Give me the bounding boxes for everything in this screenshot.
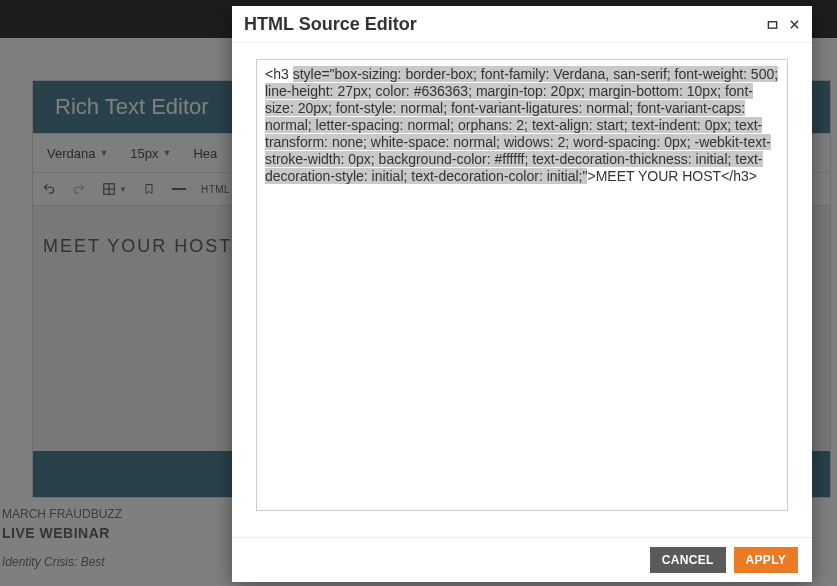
html-source-textarea[interactable]: <h3 style="box-sizing: border-box; font-… bbox=[256, 59, 788, 511]
svg-rect-3 bbox=[768, 21, 776, 27]
source-prefix: <h3 bbox=[265, 66, 293, 82]
maximize-icon[interactable] bbox=[764, 16, 780, 32]
html-source-editor-modal: HTML Source Editor <h3 style="box-sizing… bbox=[232, 6, 812, 582]
close-icon[interactable] bbox=[786, 16, 802, 32]
modal-header: HTML Source Editor bbox=[232, 6, 812, 43]
source-highlighted-selection: style="box-sizing: border-box; font-fami… bbox=[265, 66, 778, 184]
apply-button[interactable]: APPLY bbox=[734, 547, 798, 573]
modal-footer: CANCEL APPLY bbox=[232, 537, 812, 582]
cancel-button[interactable]: CANCEL bbox=[650, 547, 726, 573]
modal-body: <h3 style="box-sizing: border-box; font-… bbox=[232, 43, 812, 537]
source-suffix: >MEET YOUR HOST</h3> bbox=[587, 168, 757, 184]
modal-title: HTML Source Editor bbox=[244, 14, 758, 35]
